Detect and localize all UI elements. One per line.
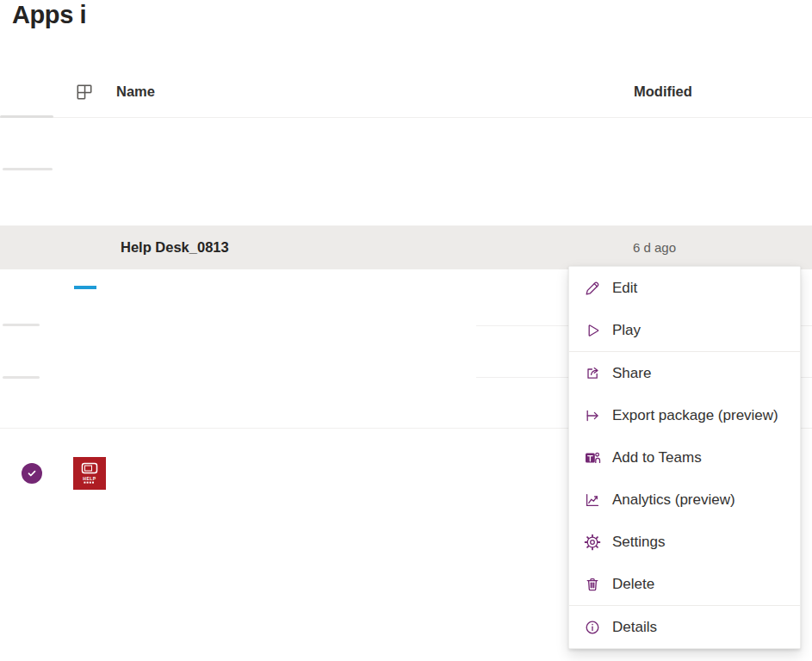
menu-item-label: Export package (preview) bbox=[612, 407, 778, 424]
menu-item-label: Settings bbox=[612, 534, 665, 551]
export-package-icon bbox=[584, 407, 601, 424]
play-icon bbox=[584, 322, 601, 339]
svg-text:HELP: HELP bbox=[83, 476, 96, 481]
menu-item-settings[interactable]: Settings bbox=[569, 521, 800, 563]
teams-icon bbox=[584, 449, 601, 466]
menu-item-label: Details bbox=[612, 619, 657, 636]
edit-icon bbox=[584, 280, 601, 297]
loading-progress-bar bbox=[74, 286, 96, 289]
check-icon bbox=[27, 468, 37, 479]
menu-item-label: Add to Teams bbox=[612, 449, 702, 466]
delete-trash-icon bbox=[584, 576, 601, 593]
skeleton-stub bbox=[3, 168, 53, 170]
page-title: Apps in bbox=[12, 1, 87, 34]
menu-item-analytics[interactable]: Analytics (preview) bbox=[569, 479, 800, 521]
menu-item-add-to-teams[interactable]: Add to Teams bbox=[569, 436, 800, 479]
app-tile-icon: HELP bbox=[73, 457, 106, 490]
menu-item-label: Analytics (preview) bbox=[612, 491, 735, 509]
app-name[interactable]: Help Desk_0813 bbox=[121, 225, 229, 269]
menu-item-label: Edit bbox=[612, 280, 637, 297]
menu-item-edit[interactable]: Edit bbox=[569, 267, 800, 309]
list-header: Name Modified bbox=[0, 77, 812, 118]
menu-item-play[interactable]: Play bbox=[569, 309, 800, 351]
table-row[interactable]: HELP Help Desk_0813 6 d ago bbox=[0, 225, 812, 269]
menu-item-label: Play bbox=[612, 322, 641, 339]
menu-item-label: Delete bbox=[612, 576, 654, 593]
analytics-icon bbox=[584, 491, 601, 509]
skeleton-stub bbox=[3, 324, 40, 326]
skeleton-stub bbox=[3, 376, 40, 379]
share-icon bbox=[584, 365, 601, 382]
app-modified: 6 d ago bbox=[633, 225, 676, 269]
menu-item-details[interactable]: Details bbox=[569, 606, 800, 648]
row-selected-checkbox[interactable] bbox=[22, 463, 42, 484]
column-header-modified[interactable]: Modified bbox=[634, 83, 692, 100]
column-header-name[interactable]: Name bbox=[116, 83, 155, 100]
menu-item-delete[interactable]: Delete bbox=[569, 563, 800, 605]
settings-gear-icon bbox=[584, 534, 601, 551]
skeleton-stub bbox=[0, 115, 53, 118]
context-menu: Edit Play Share Export package (preview)… bbox=[568, 266, 801, 649]
details-info-icon bbox=[584, 619, 601, 636]
menu-item-label: Share bbox=[612, 365, 651, 382]
menu-item-share[interactable]: Share bbox=[569, 352, 800, 394]
table-type-icon bbox=[75, 83, 94, 102]
menu-item-export-package[interactable]: Export package (preview) bbox=[569, 394, 800, 436]
